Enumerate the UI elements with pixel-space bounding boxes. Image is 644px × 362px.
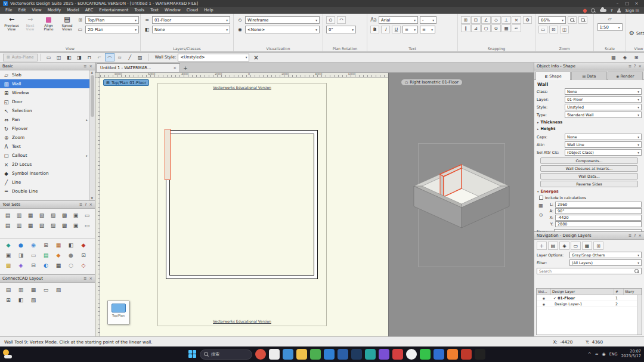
palette-menu-icon[interactable]: [628, 64, 631, 69]
layer-name-cell[interactable]: ✓01-Floor: [551, 296, 614, 300]
tool-set-icon[interactable]: ◆: [2, 240, 14, 250]
tool-set-icon[interactable]: ▩: [59, 211, 70, 220]
saved-views-button[interactable]: Saved Views: [58, 16, 76, 32]
tool-set-icon[interactable]: ▭: [27, 250, 39, 260]
isometric-room-drawing[interactable]: [405, 162, 518, 243]
tool-item[interactable]: ▢ Callout: [0, 151, 89, 160]
close-button[interactable]: ×: [632, 1, 641, 7]
tool-set-icon[interactable]: ◆: [78, 240, 89, 250]
layer-options-select[interactable]: Gray/Snap Others: [569, 252, 642, 258]
isometric-viewport[interactable]: Right Isometric 01-Floor: [388, 73, 534, 336]
navigation-mode-button[interactable]: ◈: [559, 242, 569, 250]
tool-set-icon[interactable]: ◐: [40, 261, 52, 270]
wall-mode-button[interactable]: ◧: [64, 53, 74, 61]
snap-toggle-button[interactable]: ∠: [481, 16, 491, 24]
snap-toggle-button[interactable]: ◇: [491, 16, 501, 24]
search-input[interactable]: [539, 269, 633, 273]
taskbar-app-icon[interactable]: [447, 349, 458, 360]
snap-toggle-button[interactable]: ⊞: [461, 16, 470, 24]
tool-set-icon[interactable]: ▥: [14, 221, 24, 230]
menu-item[interactable]: Cloud: [184, 7, 201, 14]
connectcad-icon[interactable]: ▭: [40, 285, 52, 295]
pin-icon[interactable]: [583, 8, 587, 13]
active-class-select[interactable]: None: [152, 26, 230, 33]
connectcad-icon[interactable]: ▧: [52, 285, 64, 295]
tool-set-icon[interactable]: ▤: [40, 250, 52, 260]
visibility-tool-icon[interactable]: ▦: [609, 53, 618, 61]
wall-action-button[interactable]: Wall Data...: [540, 173, 638, 180]
search-icon[interactable]: [591, 8, 596, 13]
snap-toggle-button[interactable]: ⊡: [471, 16, 481, 24]
table-header[interactable]: Visi... Design Layer # Story: [537, 289, 642, 295]
palette-menu-icon[interactable]: [83, 64, 86, 69]
tool-set-icon[interactable]: ◈: [15, 261, 27, 270]
snap-toggle-button[interactable]: ○: [481, 24, 491, 32]
tool-set-icon[interactable]: ⊡: [78, 250, 89, 260]
tool-set-icon[interactable]: ▨: [48, 221, 58, 230]
tool-set-icon[interactable]: ▣: [70, 221, 81, 230]
wall-style-select[interactable]: <Unstyled>: [178, 54, 249, 61]
menu-item[interactable]: Edit: [15, 7, 29, 14]
tool-set-icon[interactable]: ◇: [78, 261, 89, 270]
taskbar-app-icon[interactable]: [255, 349, 266, 360]
column-number[interactable]: #: [614, 289, 624, 295]
table-scrollbar[interactable]: [637, 295, 642, 335]
taskbar-clock[interactable]: 20:07 2023/5/17: [621, 349, 641, 359]
plan-viewport[interactable]: Vectorworks Educational Version Vectorwo…: [100, 78, 388, 336]
snap-toggle-button[interactable]: ⊿: [471, 24, 481, 32]
fit-page-button[interactable]: [538, 26, 547, 33]
navigation-mode-button[interactable]: ⊞: [593, 242, 603, 250]
wall-mode-button[interactable]: ⌐: [95, 53, 104, 61]
tool-item[interactable]: ↻ Flyover: [0, 124, 89, 133]
palette-menu-icon[interactable]: [83, 276, 86, 281]
tool-item[interactable]: ╱ Line: [0, 178, 89, 187]
taskbar-app-icon[interactable]: [406, 349, 417, 360]
wall-mode-button[interactable]: ◫: [54, 53, 64, 61]
zoom-level-select[interactable]: 66%: [538, 16, 566, 24]
palette-close-icon[interactable]: [89, 276, 92, 281]
tool-set-icon[interactable]: ◉: [27, 240, 39, 250]
palette-help-icon[interactable]: [634, 233, 636, 238]
y-field[interactable]: 2880: [555, 221, 642, 227]
palette-menu-icon[interactable]: [79, 202, 82, 207]
tool-item[interactable]: ▥ Wall: [0, 79, 89, 88]
tool-set-icon[interactable]: ●: [65, 250, 77, 260]
tool-set-icon[interactable]: ▦: [52, 240, 64, 250]
visibility-eye-icon[interactable]: [537, 296, 551, 300]
multiple-views-button[interactable]: [560, 26, 569, 33]
palette-menu-icon[interactable]: [628, 233, 631, 238]
tool-item[interactable]: ↖ Selection: [0, 106, 89, 115]
tool-item[interactable]: A Text: [0, 142, 89, 151]
taskbar-app-icon[interactable]: [379, 349, 389, 360]
tray-volume-icon[interactable]: [602, 352, 606, 357]
wall-mode-button[interactable]: ◠: [105, 53, 114, 61]
tool-set-icon[interactable]: ▤: [2, 221, 13, 230]
tool-item[interactable]: ◱ Door: [0, 97, 89, 106]
palette-close-icon[interactable]: [639, 233, 642, 238]
palette-close-icon[interactable]: [89, 64, 92, 69]
tool-set-icon[interactable]: ▨: [48, 211, 58, 220]
taskbar-app-icon[interactable]: [269, 349, 280, 360]
navigation-mode-button[interactable]: ▤: [548, 242, 558, 250]
tool-set-icon[interactable]: ⊟: [27, 261, 39, 270]
object-info-tab[interactable]: Data: [571, 72, 606, 80]
rotation-icon[interactable]: ⊙: [539, 212, 543, 218]
menu-item[interactable]: Tools: [131, 7, 147, 14]
input-language-button[interactable]: ENG: [609, 352, 618, 357]
selected-wall-segment[interactable]: [165, 129, 171, 180]
menu-item[interactable]: Help: [201, 7, 216, 14]
connectcad-icon[interactable]: ▨: [27, 295, 39, 305]
tool-item[interactable]: ▱ Slab: [0, 70, 89, 79]
new-tab-button[interactable]: [181, 64, 190, 72]
attr-select[interactable]: Wall Line: [565, 141, 642, 148]
options-tool-icon[interactable]: ⊞: [631, 53, 641, 61]
column-layer[interactable]: Design Layer: [551, 289, 614, 295]
connectcad-icon[interactable]: ⊞: [2, 295, 14, 305]
taskbar-app-icon[interactable]: [461, 349, 472, 360]
taskbar-app-icon[interactable]: [324, 349, 335, 360]
tool-set-icon[interactable]: ▩: [2, 261, 14, 270]
tool-set-icon[interactable]: ▥: [14, 211, 24, 220]
rotate-plan-button[interactable]: [326, 16, 335, 24]
tool-item[interactable]: ⊞ Window: [0, 88, 89, 97]
maximize-button[interactable]: ▢: [623, 1, 631, 7]
